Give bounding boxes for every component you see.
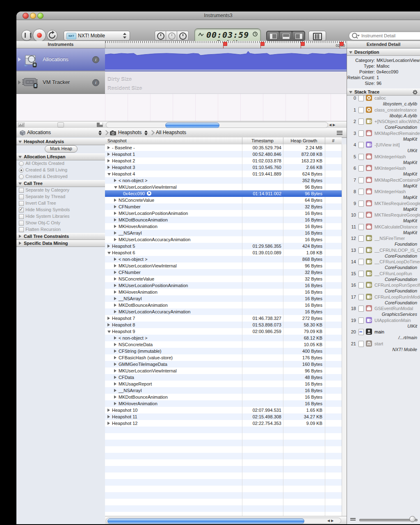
breadcrumb-popup-icon[interactable] bbox=[98, 130, 102, 135]
column-snapshot[interactable]: Snapshot bbox=[107, 138, 126, 143]
table-row[interactable]: Heapshot 601:39.010.0891.08 KB bbox=[105, 249, 342, 256]
expand-icon[interactable] bbox=[114, 199, 116, 202]
table-row[interactable]: < non-object >68.12 KB bbox=[105, 335, 342, 341]
expand-icon[interactable] bbox=[114, 284, 116, 287]
expand-icon[interactable] bbox=[114, 382, 116, 386]
stack-frame[interactable]: 2+[NSObject allocWithZoCoreFoundation bbox=[347, 119, 420, 130]
search-field[interactable] bbox=[349, 31, 420, 40]
expand-icon[interactable] bbox=[114, 369, 116, 372]
histogram-icon[interactable] bbox=[18, 123, 25, 127]
stack-frame[interactable]: 19UIApplicationMainUIKit bbox=[347, 317, 420, 329]
table-row[interactable]: MKUsageReport16 Bytes bbox=[105, 381, 342, 387]
table-row[interactable]: GMMGeoTileImageData160 Bytes bbox=[105, 361, 342, 368]
loop-button[interactable] bbox=[47, 30, 57, 41]
stack-frame[interactable]: 16CFRunLoopRunSpecificCoreFoundation bbox=[347, 282, 420, 294]
stack-frame[interactable]: 5MKIntegerHashMapKit bbox=[347, 154, 420, 165]
track-horizontal-scrollbar[interactable] bbox=[106, 122, 328, 128]
section-allocation-lifespan[interactable]: Allocation Lifespan bbox=[16, 153, 105, 160]
stack-frame[interactable]: 18GSEventRunModalGraphicsServices bbox=[347, 306, 420, 317]
scrollbar-arrows[interactable]: ◀▶ bbox=[329, 123, 336, 127]
expand-icon[interactable] bbox=[114, 395, 116, 399]
checkbox-hide-system-libraries[interactable]: Hide System Libraries bbox=[19, 213, 103, 219]
table-row[interactable]: NSConcreteData10.05 KB bbox=[105, 341, 342, 348]
table-row[interactable]: CFData48 Bytes bbox=[105, 374, 342, 381]
stack-frame[interactable]: 0calloclibsystem_c.dylib bbox=[347, 95, 420, 107]
slider-knob[interactable] bbox=[409, 516, 415, 522]
breadcrumb-view[interactable]: Heapshots bbox=[118, 130, 142, 135]
section-specific-data-mining[interactable]: Specific Data Mining bbox=[16, 240, 105, 247]
heapshot-flag-icon[interactable] bbox=[340, 42, 344, 46]
expand-icon[interactable] bbox=[114, 258, 116, 261]
checkbox-hide-missing-symbols[interactable]: ✓Hide Missing Symbols bbox=[19, 207, 103, 213]
expand-icon[interactable] bbox=[114, 343, 116, 346]
collapse-icon[interactable] bbox=[107, 173, 111, 176]
breadcrumb-scope[interactable]: All Heapshots bbox=[156, 130, 186, 135]
stack-depth-slider[interactable] bbox=[359, 519, 418, 521]
collapse-icon[interactable] bbox=[114, 186, 117, 189]
heapshot-flag-icon[interactable] bbox=[301, 42, 305, 46]
expand-icon[interactable] bbox=[114, 310, 116, 313]
expand-icon[interactable] bbox=[114, 336, 116, 340]
expand-icon[interactable] bbox=[114, 231, 116, 235]
expand-icon[interactable] bbox=[107, 159, 110, 162]
expand-icon[interactable] bbox=[114, 376, 116, 379]
table-row[interactable]: < non-object >352 Bytes bbox=[105, 177, 342, 184]
zoom-slider-icon[interactable] bbox=[57, 122, 64, 128]
expand-icon[interactable] bbox=[114, 218, 116, 221]
radio-created-destroyed[interactable]: Created & Destroyed bbox=[19, 173, 103, 180]
expand-icon[interactable] bbox=[114, 290, 116, 294]
table-row[interactable]: MKHoverAnimation16 Bytes bbox=[105, 223, 342, 230]
expand-icon[interactable] bbox=[114, 205, 116, 208]
checkbox-show-objc-only[interactable]: Show Obj-C Only bbox=[19, 220, 103, 226]
timeline-ruler[interactable]: 02:00 bbox=[105, 41, 347, 48]
expand-icon[interactable] bbox=[107, 166, 110, 169]
record-button[interactable] bbox=[33, 29, 46, 42]
scrollbar-arrows[interactable]: ◀▶ bbox=[327, 519, 335, 523]
view-left-pane-button[interactable] bbox=[267, 32, 279, 40]
stack-frame[interactable]: 20mmain/...rt/main bbox=[347, 329, 420, 340]
table-row[interactable]: Heapshot 1002:07.994.5311.65 KB bbox=[105, 407, 342, 413]
table-row[interactable]: MKUserLocationViewInternal96 Bytes bbox=[105, 262, 342, 269]
table-row[interactable]: MKHoverAnimation16 Bytes bbox=[105, 289, 342, 295]
expand-icon[interactable] bbox=[107, 244, 110, 248]
allocations-graph-lane[interactable] bbox=[105, 48, 347, 71]
stack-frame[interactable]: 10MKTilesRequireGoogleLMapKit bbox=[347, 212, 420, 224]
table-row[interactable]: < non-object >868 Bytes bbox=[105, 256, 342, 262]
vm-tracker-lane[interactable]: Dirty Size Resident Size bbox=[105, 71, 347, 94]
expand-icon[interactable] bbox=[107, 146, 110, 149]
track-disclosure-icon[interactable] bbox=[18, 80, 21, 84]
table-row[interactable]: __NSArrayI16 Bytes bbox=[105, 387, 342, 394]
collapse-icon[interactable] bbox=[107, 331, 111, 333]
expand-icon[interactable] bbox=[114, 363, 116, 366]
checkbox-invert-call-tree[interactable]: Invert Call Tree bbox=[19, 200, 103, 206]
table-row[interactable]: MKUserLocationViewInternal96 Bytes bbox=[105, 184, 342, 190]
scrollbar-thumb[interactable] bbox=[165, 123, 219, 128]
expand-icon[interactable] bbox=[107, 317, 110, 320]
expand-icon[interactable] bbox=[114, 277, 116, 281]
table-row[interactable]: MKDotBounceAnimation16 Bytes bbox=[105, 302, 342, 308]
stack-frame[interactable]: 21startNXT! Mobile bbox=[347, 341, 420, 352]
table-row[interactable]: MKUserLocationAccuracyAnimation16 Bytes bbox=[105, 308, 342, 315]
track-vm-tracker[interactable]: VM Tracker i bbox=[16, 71, 105, 94]
breadcrumb-instrument[interactable]: Allocations bbox=[27, 130, 51, 135]
view-bottom-pane-button[interactable] bbox=[280, 32, 292, 40]
heapshot-flag-icon[interactable] bbox=[260, 42, 265, 46]
expand-icon[interactable] bbox=[114, 179, 116, 182]
table-row[interactable]: Heapshot 401:19.441.889624 Bytes bbox=[105, 171, 342, 177]
view-right-pane-button[interactable] bbox=[292, 32, 304, 40]
table-row[interactable]: Heapshot 801:53.898.07358.30 KB bbox=[105, 322, 342, 328]
track-disclosure-icon[interactable] bbox=[18, 57, 21, 62]
table-row[interactable]: Heapshot 201:02.033.878163.23 KB bbox=[105, 158, 342, 164]
table-row[interactable]: CFNumber32 Bytes bbox=[105, 269, 342, 276]
table-row[interactable]: MKUserLocationAccuracyAnimation16 Bytes bbox=[105, 236, 342, 243]
expand-icon[interactable] bbox=[114, 271, 116, 274]
detail-disclosure-icon[interactable] bbox=[147, 191, 151, 196]
library-button[interactable] bbox=[308, 31, 326, 41]
section-call-tree-constraints[interactable]: Call Tree Constraints bbox=[16, 233, 105, 240]
table-row[interactable]: MKDotBounceAnimation16 Bytes bbox=[105, 394, 342, 400]
table-row[interactable]: MKUserLocationPositionAnimation16 Bytes bbox=[105, 282, 342, 289]
scrollbar-thumb[interactable] bbox=[107, 518, 304, 524]
table-row[interactable]: MKHoverAnimation16 Bytes bbox=[105, 400, 342, 407]
table-row[interactable]: Heapshot 1202:22.754.3539.09 KB bbox=[105, 420, 342, 427]
table-row[interactable]: MKUserLocationPositionAnimation16 Bytes bbox=[105, 210, 342, 217]
